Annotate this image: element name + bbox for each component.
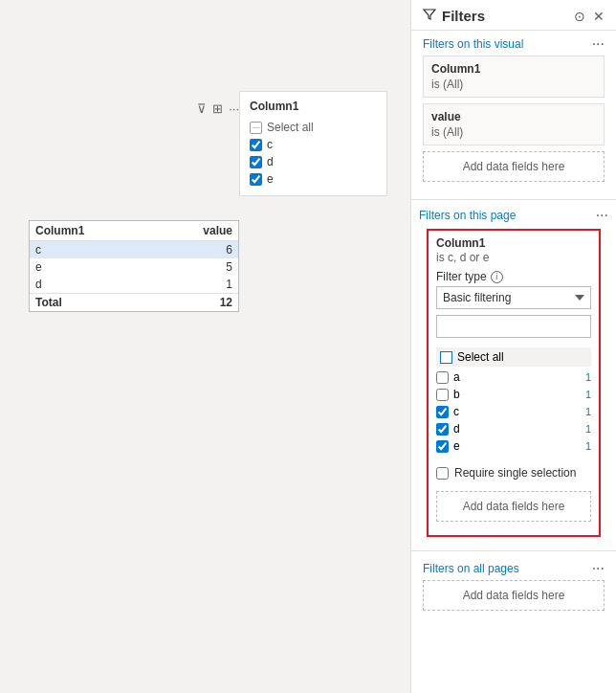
filter-item-label: b [453, 388, 460, 401]
clear-icon[interactable]: ✕ [593, 9, 605, 24]
panel-title: Filters [423, 8, 485, 24]
focus-toolbar-icon[interactable]: ⊞ [212, 101, 223, 116]
page-filter-header: Filters on this page ··· [419, 208, 608, 223]
all-pages-section: Filters on all pages ··· Add data fields… [411, 555, 616, 624]
column1-filter-card[interactable]: Column1 is (All) [423, 56, 605, 98]
panel-header-actions: ⊙ ✕ [574, 9, 605, 24]
filter-item-row[interactable]: c1 [436, 403, 591, 420]
this-visual-more[interactable]: ··· [592, 36, 605, 52]
this-visual-header: Filters on this visual ··· [423, 36, 605, 52]
slicer-item-checkbox[interactable] [250, 139, 262, 151]
require-single-checkbox[interactable] [436, 467, 449, 480]
search-wrapper: 🔍 [436, 315, 591, 343]
visual-widget: Column1 value c6e5d1Total12 [29, 220, 239, 312]
filter-item-label: a [453, 370, 460, 384]
table-row-col1: c [30, 241, 154, 259]
slicer-item-label: e [267, 172, 274, 186]
slicer-item-label: c [267, 138, 273, 151]
data-table: Column1 value c6e5d1Total12 [30, 221, 238, 311]
filter-item-checkbox[interactable] [436, 389, 449, 401]
slicer-item[interactable]: e [250, 170, 377, 188]
filter-item-checkbox[interactable] [436, 440, 449, 453]
table-row-col1: e [30, 258, 154, 276]
add-page-fields-btn[interactable]: Add data fields here [436, 491, 591, 522]
filter-type-label: Filter type i [436, 270, 591, 283]
filter-item-count: 1 [585, 423, 591, 435]
all-pages-header: Filters on all pages ··· [423, 561, 605, 576]
value-filter-card[interactable]: value is (All) [423, 103, 605, 145]
add-visual-fields-btn[interactable]: Add data fields here [423, 151, 605, 182]
more-toolbar-icon[interactable]: ··· [229, 101, 239, 116]
panel-header: Filters ⊙ ✕ [411, 0, 616, 31]
this-visual-section: Filters on this visual ··· Column1 is (A… [411, 31, 616, 195]
all-pages-more[interactable]: ··· [592, 561, 605, 576]
slicer-item-checkbox[interactable] [250, 156, 262, 168]
table-row-col2: 12 [154, 294, 238, 312]
table-row-col1: Total [30, 294, 154, 312]
this-visual-label: Filters on this visual [423, 37, 523, 51]
filter-item-label: c [453, 405, 459, 418]
select-all-row[interactable]: Select all [436, 347, 591, 367]
slicer-items: cde [250, 136, 377, 188]
col1-header: Column1 [30, 221, 154, 241]
slicer-item[interactable]: c [250, 136, 377, 153]
filter-item-row[interactable]: e1 [436, 437, 591, 455]
filter-item-row[interactable]: b1 [436, 386, 591, 403]
filter-item-checkbox[interactable] [436, 406, 449, 418]
filter-search-input[interactable] [436, 315, 591, 338]
all-pages-label: Filters on all pages [423, 562, 519, 575]
filter-item-row[interactable]: a1 [436, 369, 591, 386]
filter-item-count: 1 [585, 406, 591, 417]
filter-item-checkbox[interactable] [436, 371, 449, 384]
filter-type-select[interactable]: Basic filtering [436, 286, 591, 309]
table-row-col2: 5 [154, 258, 238, 276]
table-row-col2: 6 [154, 241, 238, 259]
col2-header: value [154, 221, 238, 241]
filter-item-count: 1 [585, 371, 591, 383]
this-page-more[interactable]: ··· [596, 208, 608, 223]
slicer-item-label: d [267, 155, 274, 168]
filter-item-count: 1 [585, 440, 591, 452]
select-all-label: Select all [457, 350, 504, 364]
this-page-label: Filters on this page [419, 209, 516, 222]
slicer-select-all[interactable]: Select all [250, 119, 377, 136]
select-all-dash-icon [250, 122, 262, 134]
slicer-item-checkbox[interactable] [250, 173, 262, 186]
visual-toolbar: ⊽ ⊞ ··· [197, 101, 239, 116]
select-all-checkbox-icon [440, 351, 452, 364]
add-all-pages-fields-btn[interactable]: Add data fields here [423, 580, 605, 611]
table-row-col1: d [30, 276, 154, 294]
filter-item-label: d [453, 422, 460, 436]
this-page-section-wrapper: Filters on this page ··· Column1 is c, d… [419, 208, 608, 543]
canvas-area: ⊽ ⊞ ··· Column1 value c6e5d1Total12 Colu… [0, 0, 410, 693]
require-single-row[interactable]: Require single selection [436, 460, 591, 485]
slicer-title: Column1 [250, 100, 377, 113]
page-filter-detail: Column1 is c, d or e Filter type i Basic… [427, 229, 601, 537]
filter-item-checkbox[interactable] [436, 423, 449, 436]
slicer-widget: Column1 Select all cde [239, 91, 387, 196]
slicer-item[interactable]: d [250, 153, 377, 170]
filter-items-list: a1b1c1d1e1 [436, 369, 591, 455]
filter-item-label: e [453, 439, 460, 453]
table-row-col2: 1 [154, 276, 238, 294]
info-icon[interactable]: i [491, 271, 503, 283]
require-single-label: Require single selection [454, 466, 576, 480]
eye-icon[interactable]: ⊙ [574, 9, 585, 24]
filter-toolbar-icon[interactable]: ⊽ [197, 101, 207, 116]
filter-item-row[interactable]: d1 [436, 420, 591, 437]
filter-item-count: 1 [585, 389, 591, 400]
filters-panel: Filters ⊙ ✕ Filters on this visual ··· C… [410, 0, 616, 693]
filter-detail: Column1 is c, d or e Filter type i Basic… [436, 236, 591, 529]
filter-panel-icon [423, 8, 436, 24]
